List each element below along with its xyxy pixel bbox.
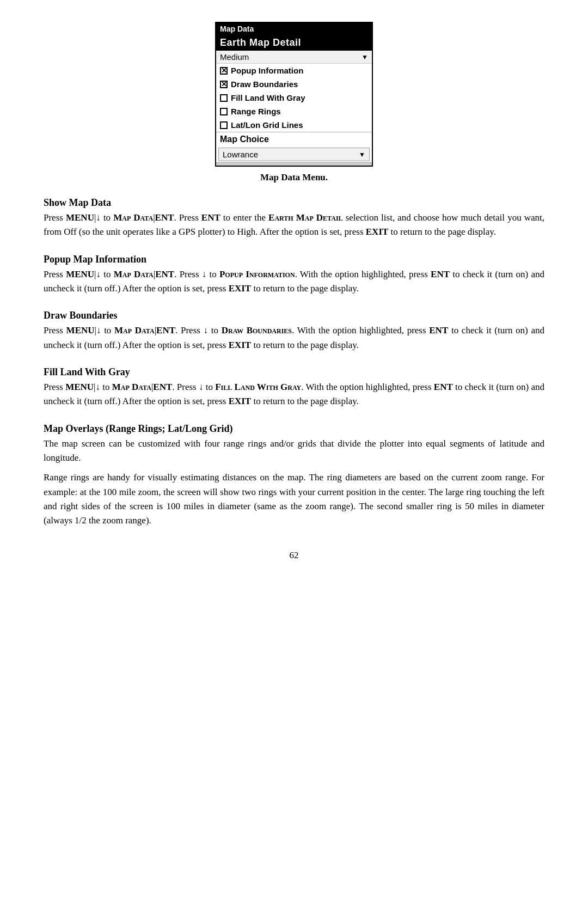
menu-checkbox-fill[interactable]: Fill Land With Gray: [216, 91, 372, 105]
dropdown-lowrance-arrow: ▼: [359, 151, 365, 158]
menu-title-bar: Map Data: [216, 23, 372, 35]
menu-caption: Map Data Menu.: [260, 172, 328, 183]
section-popup-map-information: Popup Map Information Press MENU|↓ to Ma…: [44, 254, 544, 296]
checkbox-fill-label: Fill Land With Gray: [231, 93, 305, 102]
checkbox-popup[interactable]: [220, 67, 228, 75]
heading-map-overlays: Map Overlays (Range Rings; Lat/Long Grid…: [44, 423, 544, 435]
menu-selected-item[interactable]: Earth Map Detail: [216, 35, 372, 51]
paragraph-fill-land-with-gray: Press MENU|↓ to Map Data|ENT. Press ↓ to…: [44, 380, 544, 409]
section-fill-land-with-gray: Fill Land With Gray Press MENU|↓ to Map …: [44, 367, 544, 409]
checkbox-popup-label: Popup Information: [231, 66, 303, 75]
map-data-menu: Map Data Earth Map Detail Medium ▼ Popup…: [215, 22, 373, 167]
heading-draw-boundaries: Draw Boundaries: [44, 310, 544, 321]
checkbox-draw-label: Draw Boundaries: [231, 80, 298, 89]
heading-fill-land-with-gray: Fill Land With Gray: [44, 367, 544, 378]
section-show-map-data: Show Map Data Press MENU|↓ to Map Data|E…: [44, 197, 544, 240]
menu-dropdown-medium[interactable]: Medium ▼: [216, 51, 372, 64]
paragraph-popup-map-information: Press MENU|↓ to Map Data|ENT. Press ↓ to…: [44, 267, 544, 296]
menu-section-map-choice: Map Choice: [216, 132, 372, 146]
paragraph-map-overlays-1: The map screen can be customized with fo…: [44, 437, 544, 466]
menu-checkbox-range[interactable]: Range Rings: [216, 105, 372, 118]
menu-dropdown-lowrance[interactable]: Lowrance ▼: [218, 148, 370, 161]
paragraph-draw-boundaries: Press MENU|↓ to Map Data|ENT. Press ↓ to…: [44, 323, 544, 352]
paragraph-map-overlays-2: Range rings are handy for visually estim…: [44, 471, 544, 528]
checkbox-range-label: Range Rings: [231, 107, 281, 116]
menu-container: Map Data Earth Map Detail Medium ▼ Popup…: [44, 22, 544, 183]
heading-show-map-data: Show Map Data: [44, 197, 544, 209]
checkbox-fill[interactable]: [220, 94, 228, 102]
paragraph-show-map-data: Press MENU|↓ to Map Data|ENT. Press ENT …: [44, 211, 544, 240]
checkbox-draw[interactable]: [220, 81, 228, 88]
dropdown-medium-text: Medium: [220, 52, 359, 62]
page-number: 62: [44, 550, 544, 561]
section-draw-boundaries: Draw Boundaries Press MENU|↓ to Map Data…: [44, 310, 544, 352]
heading-popup-map-information: Popup Map Information: [44, 254, 544, 265]
dropdown-lowrance-text: Lowrance: [223, 150, 357, 159]
menu-checkbox-latlon[interactable]: Lat/Lon Grid Lines: [216, 118, 372, 132]
menu-checkbox-popup[interactable]: Popup Information: [216, 64, 372, 77]
menu-scrollbar: [216, 162, 372, 166]
section-map-overlays: Map Overlays (Range Rings; Lat/Long Grid…: [44, 423, 544, 528]
checkbox-latlon[interactable]: [220, 121, 228, 129]
dropdown-medium-arrow: ▼: [362, 53, 368, 61]
checkbox-range[interactable]: [220, 108, 228, 115]
menu-checkbox-draw[interactable]: Draw Boundaries: [216, 77, 372, 91]
checkbox-latlon-label: Lat/Lon Grid Lines: [231, 120, 303, 130]
